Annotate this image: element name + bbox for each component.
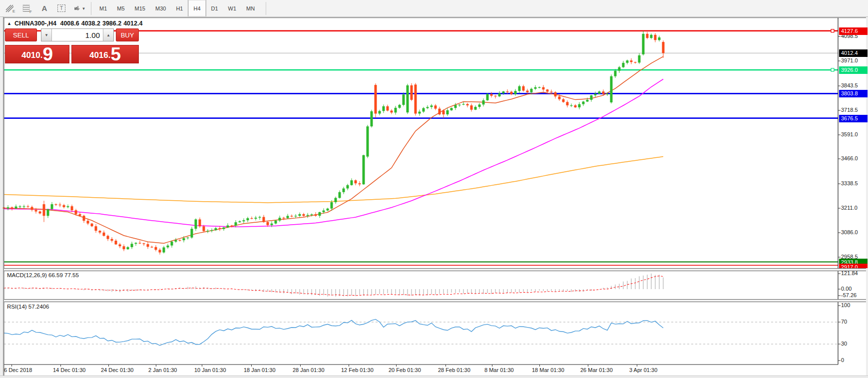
date-label: 10 Jan 01:30 [194, 367, 226, 373]
macd-axis-label: -57.26 [841, 292, 857, 298]
sell-price-main: 4010 [21, 48, 40, 63]
rsi-label: RSI(14) 57.2406 [7, 304, 49, 310]
date-label: 18 Mar 01:30 [532, 367, 564, 373]
macd-axis-label: 0.00 [841, 286, 852, 292]
price-badge: 3926.0 [839, 66, 868, 74]
sell-price-box[interactable]: 4010.9 [5, 45, 69, 63]
date-label: 12 Feb 01:30 [341, 367, 374, 373]
price-badge: 3803.8 [839, 90, 868, 97]
rsi-axis-label: 0 [841, 357, 844, 363]
buy-price-box[interactable]: 4016.5 [71, 45, 139, 63]
mt4-terminal: E F A T ▾ M1M5M15M30H1H4D1W1MN [0, 0, 868, 378]
rsi-axis-label: 70 [841, 319, 847, 325]
date-label: 24 Dec 01:30 [101, 367, 133, 373]
date-tick-mark [396, 365, 397, 367]
chart-title: ▲CHINA300-,H4 4008.64038.23986.24012.4 [7, 20, 144, 27]
price-axis-label: 3591.0 [841, 131, 858, 137]
volume-decrease-button[interactable]: ▾ [41, 29, 52, 41]
date-label: 28 Feb 01:30 [438, 367, 470, 373]
panel-divider[interactable] [4, 299, 866, 302]
date-label: 18 Jan 01:30 [244, 367, 276, 373]
price-axis-label: 3086.0 [841, 229, 858, 235]
rsi-axis-label: 30 [841, 341, 847, 347]
date-label: 20 Feb 01:30 [389, 367, 421, 373]
ohlc-open: 4008.6 [60, 20, 79, 27]
buy-price-big-digit: 5 [110, 46, 121, 63]
date-tick-mark [637, 365, 637, 367]
rsi-axis-label: 100 [841, 302, 850, 308]
ohlc-close: 4012.4 [123, 20, 142, 27]
date-label: 6 Dec 2018 [4, 367, 32, 373]
price-badge: 2917.0 [839, 264, 868, 268]
one-click-trade-panel: SELL ▾ ▴ BUY 4010.9 4016.5 [5, 28, 139, 63]
price-badge: 3676.5 [839, 115, 868, 122]
ohlc-high: 4038.2 [81, 20, 100, 27]
price-axis-label: 3211.0 [841, 205, 858, 211]
date-tick-mark [492, 365, 492, 367]
ohlc-low: 3986.2 [102, 20, 121, 27]
date-tick-mark [11, 365, 12, 367]
date-tick-mark [539, 365, 540, 367]
price-badge: 4127.6 [839, 27, 868, 35]
date-tick-mark [156, 365, 156, 367]
date-tick-mark [349, 365, 349, 367]
date-label: 3 Apr 01:30 [629, 367, 657, 373]
date-tick-mark [108, 365, 109, 367]
date-tick-mark [60, 365, 61, 367]
macd-label: MACD(12,26,9) 66.59 77.55 [7, 272, 79, 278]
panel-divider[interactable] [4, 268, 866, 271]
volume-increase-button[interactable]: ▴ [103, 29, 113, 41]
date-tick-mark [588, 365, 588, 367]
date-label: 8 Mar 01:30 [484, 367, 514, 373]
price-axis-label: 3718.5 [841, 107, 858, 113]
symbol-marker-icon: ▲ [7, 21, 11, 26]
volume-stepper: ▾ ▴ [41, 28, 114, 41]
price-axis-label: 3466.0 [841, 155, 858, 161]
price-axis-label: 3338.5 [841, 180, 858, 186]
price-badge: 4012.4 [839, 49, 868, 57]
date-label: 14 Dec 01:30 [53, 367, 85, 373]
date-tick-mark [251, 365, 252, 367]
symbol-label: CHINA300-,H4 [14, 20, 56, 27]
date-tick-mark [202, 365, 202, 367]
date-tick-mark [445, 365, 446, 367]
date-label: 26 Mar 01:30 [580, 367, 613, 373]
buy-price-main: 4016 [89, 48, 108, 63]
sell-button[interactable]: SELL [5, 28, 37, 41]
date-label: 2 Jan 01:30 [148, 367, 177, 373]
volume-input[interactable] [52, 29, 103, 41]
sell-price-big-digit: 9 [42, 46, 53, 63]
date-label: 28 Jan 01:30 [293, 367, 325, 373]
price-axis-label: 3971.0 [841, 57, 858, 63]
buy-button[interactable]: BUY [116, 28, 139, 41]
date-tick-mark [300, 365, 301, 367]
price-axis-label: 3843.5 [841, 82, 858, 88]
